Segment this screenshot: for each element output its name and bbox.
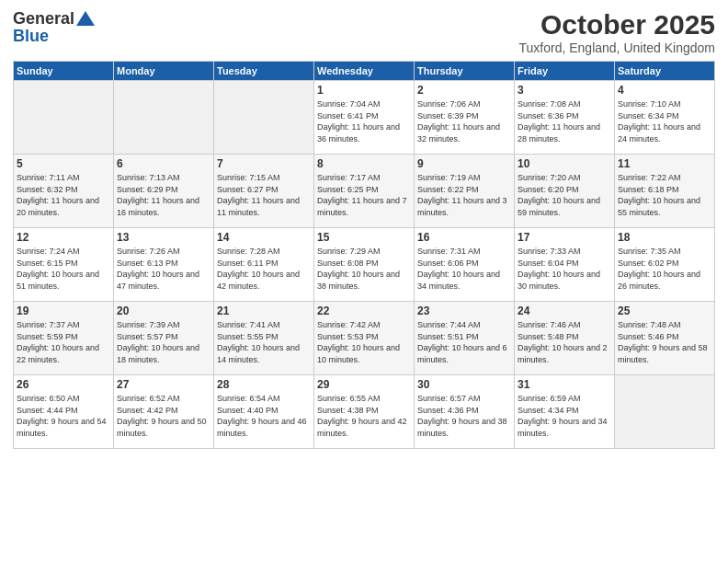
table-row: 9Sunrise: 7:19 AM Sunset: 6:22 PM Daylig…: [415, 155, 515, 228]
day-number: 20: [117, 304, 210, 317]
calendar-week-row: 19Sunrise: 7:37 AM Sunset: 5:59 PM Dayli…: [14, 302, 715, 375]
day-info: Sunrise: 7:22 AM Sunset: 6:18 PM Dayligh…: [618, 172, 711, 218]
day-number: 27: [117, 378, 210, 391]
table-row: 4Sunrise: 7:10 AM Sunset: 6:34 PM Daylig…: [615, 81, 715, 155]
calendar-week-row: 5Sunrise: 7:11 AM Sunset: 6:32 PM Daylig…: [14, 155, 715, 228]
day-info: Sunrise: 7:31 AM Sunset: 6:06 PM Dayligh…: [417, 246, 511, 292]
table-row: 12Sunrise: 7:24 AM Sunset: 6:15 PM Dayli…: [14, 228, 114, 302]
table-row: [214, 81, 314, 155]
day-info: Sunrise: 7:24 AM Sunset: 6:15 PM Dayligh…: [17, 246, 110, 292]
day-number: 19: [17, 304, 110, 317]
day-info: Sunrise: 7:06 AM Sunset: 6:39 PM Dayligh…: [417, 98, 511, 144]
day-number: 15: [317, 231, 411, 244]
day-number: 25: [618, 304, 711, 317]
day-info: Sunrise: 6:52 AM Sunset: 4:42 PM Dayligh…: [117, 393, 210, 439]
day-info: Sunrise: 7:37 AM Sunset: 5:59 PM Dayligh…: [17, 319, 110, 365]
svg-marker-0: [76, 11, 95, 26]
table-row: 10Sunrise: 7:20 AM Sunset: 6:20 PM Dayli…: [515, 155, 615, 228]
day-info: Sunrise: 7:15 AM Sunset: 6:27 PM Dayligh…: [217, 172, 311, 218]
day-info: Sunrise: 7:19 AM Sunset: 6:22 PM Dayligh…: [417, 172, 511, 218]
table-row: 22Sunrise: 7:42 AM Sunset: 5:53 PM Dayli…: [314, 302, 415, 375]
table-row: 28Sunrise: 6:54 AM Sunset: 4:40 PM Dayli…: [214, 375, 314, 449]
day-info: Sunrise: 7:44 AM Sunset: 5:51 PM Dayligh…: [417, 319, 511, 365]
table-row: 14Sunrise: 7:28 AM Sunset: 6:11 PM Dayli…: [214, 228, 314, 302]
day-number: 14: [217, 231, 311, 244]
day-number: 10: [518, 157, 611, 170]
day-info: Sunrise: 6:57 AM Sunset: 4:36 PM Dayligh…: [417, 393, 511, 439]
day-info: Sunrise: 7:39 AM Sunset: 5:57 PM Dayligh…: [117, 319, 210, 365]
col-tuesday: Tuesday: [214, 62, 314, 81]
day-number: 21: [217, 304, 311, 317]
day-number: 8: [317, 157, 411, 170]
table-row: [114, 81, 214, 155]
day-info: Sunrise: 7:11 AM Sunset: 6:32 PM Dayligh…: [17, 172, 110, 218]
day-number: 24: [518, 304, 611, 317]
day-info: Sunrise: 7:26 AM Sunset: 6:13 PM Dayligh…: [117, 246, 210, 292]
location: Tuxford, England, United Kingdom: [519, 40, 716, 55]
day-info: Sunrise: 7:33 AM Sunset: 6:04 PM Dayligh…: [518, 246, 611, 292]
logo-icon: [76, 11, 95, 26]
day-number: 13: [117, 231, 210, 244]
table-row: 17Sunrise: 7:33 AM Sunset: 6:04 PM Dayli…: [515, 228, 615, 302]
day-info: Sunrise: 7:42 AM Sunset: 5:53 PM Dayligh…: [317, 319, 411, 365]
day-number: 18: [618, 231, 711, 244]
col-sunday: Sunday: [14, 62, 114, 81]
day-number: 3: [518, 84, 611, 97]
table-row: 21Sunrise: 7:41 AM Sunset: 5:55 PM Dayli…: [214, 302, 314, 375]
month-title: October 2025: [519, 9, 716, 40]
day-info: Sunrise: 7:04 AM Sunset: 6:41 PM Dayligh…: [317, 98, 411, 144]
header: General Blue October 2025 Tuxford, Engla…: [13, 9, 715, 55]
day-number: 28: [217, 378, 311, 391]
table-row: 1Sunrise: 7:04 AM Sunset: 6:41 PM Daylig…: [314, 81, 415, 155]
table-row: 13Sunrise: 7:26 AM Sunset: 6:13 PM Dayli…: [114, 228, 214, 302]
day-info: Sunrise: 7:46 AM Sunset: 5:48 PM Dayligh…: [518, 319, 611, 365]
day-info: Sunrise: 6:54 AM Sunset: 4:40 PM Dayligh…: [217, 393, 311, 439]
table-row: 18Sunrise: 7:35 AM Sunset: 6:02 PM Dayli…: [615, 228, 715, 302]
calendar-week-row: 12Sunrise: 7:24 AM Sunset: 6:15 PM Dayli…: [14, 228, 715, 302]
day-info: Sunrise: 7:13 AM Sunset: 6:29 PM Dayligh…: [117, 172, 210, 218]
table-row: 25Sunrise: 7:48 AM Sunset: 5:46 PM Dayli…: [615, 302, 715, 375]
table-row: 7Sunrise: 7:15 AM Sunset: 6:27 PM Daylig…: [214, 155, 314, 228]
day-number: 2: [417, 84, 511, 97]
day-info: Sunrise: 6:50 AM Sunset: 4:44 PM Dayligh…: [17, 393, 110, 439]
day-number: 30: [417, 378, 511, 391]
day-info: Sunrise: 7:17 AM Sunset: 6:25 PM Dayligh…: [317, 172, 411, 218]
title-block: October 2025 Tuxford, England, United Ki…: [519, 9, 716, 55]
calendar-week-row: 26Sunrise: 6:50 AM Sunset: 4:44 PM Dayli…: [14, 375, 715, 449]
table-row: 20Sunrise: 7:39 AM Sunset: 5:57 PM Dayli…: [114, 302, 214, 375]
table-row: 6Sunrise: 7:13 AM Sunset: 6:29 PM Daylig…: [114, 155, 214, 228]
logo: General Blue: [13, 9, 95, 46]
table-row: 3Sunrise: 7:08 AM Sunset: 6:36 PM Daylig…: [515, 81, 615, 155]
table-row: 8Sunrise: 7:17 AM Sunset: 6:25 PM Daylig…: [314, 155, 415, 228]
table-row: 23Sunrise: 7:44 AM Sunset: 5:51 PM Dayli…: [415, 302, 515, 375]
page: General Blue October 2025 Tuxford, Engla…: [0, 0, 728, 563]
table-row: 24Sunrise: 7:46 AM Sunset: 5:48 PM Dayli…: [515, 302, 615, 375]
day-number: 4: [618, 84, 711, 97]
day-info: Sunrise: 6:55 AM Sunset: 4:38 PM Dayligh…: [317, 393, 411, 439]
day-number: 6: [117, 157, 210, 170]
day-info: Sunrise: 7:29 AM Sunset: 6:08 PM Dayligh…: [317, 246, 411, 292]
day-number: 11: [618, 157, 711, 170]
day-number: 16: [417, 231, 511, 244]
day-number: 5: [17, 157, 110, 170]
col-thursday: Thursday: [415, 62, 515, 81]
logo-general: General: [13, 9, 74, 29]
day-number: 29: [317, 378, 411, 391]
calendar-week-row: 1Sunrise: 7:04 AM Sunset: 6:41 PM Daylig…: [14, 81, 715, 155]
day-info: Sunrise: 7:41 AM Sunset: 5:55 PM Dayligh…: [217, 319, 311, 365]
logo-blue: Blue: [13, 27, 49, 46]
table-row: 26Sunrise: 6:50 AM Sunset: 4:44 PM Dayli…: [14, 375, 114, 449]
table-row: 19Sunrise: 7:37 AM Sunset: 5:59 PM Dayli…: [14, 302, 114, 375]
table-row: [14, 81, 114, 155]
day-info: Sunrise: 7:20 AM Sunset: 6:20 PM Dayligh…: [518, 172, 611, 218]
day-info: Sunrise: 7:08 AM Sunset: 6:36 PM Dayligh…: [518, 98, 611, 144]
table-row: 16Sunrise: 7:31 AM Sunset: 6:06 PM Dayli…: [415, 228, 515, 302]
table-row: 31Sunrise: 6:59 AM Sunset: 4:34 PM Dayli…: [515, 375, 615, 449]
day-info: Sunrise: 6:59 AM Sunset: 4:34 PM Dayligh…: [518, 393, 611, 439]
day-number: 23: [417, 304, 511, 317]
table-row: 27Sunrise: 6:52 AM Sunset: 4:42 PM Dayli…: [114, 375, 214, 449]
day-number: 9: [417, 157, 511, 170]
day-number: 12: [17, 231, 110, 244]
day-info: Sunrise: 7:48 AM Sunset: 5:46 PM Dayligh…: [618, 319, 711, 365]
day-info: Sunrise: 7:28 AM Sunset: 6:11 PM Dayligh…: [217, 246, 311, 292]
